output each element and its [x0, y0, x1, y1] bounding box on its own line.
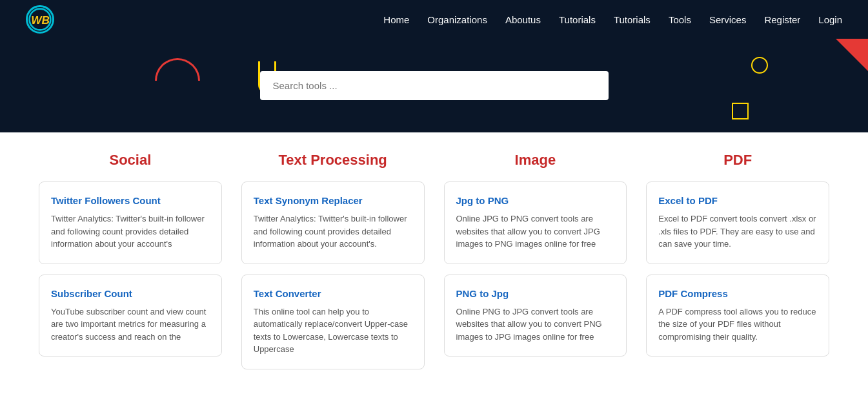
tool-title-image-1[interactable]: PNG to Jpg [456, 288, 615, 299]
search-bar [260, 71, 609, 100]
tool-title-pdf-0[interactable]: Excel to PDF [658, 195, 817, 206]
tool-title-pdf-1[interactable]: PDF Compress [658, 288, 817, 299]
tool-title-text-processing-0[interactable]: Text Synonym Replacer [254, 195, 412, 206]
tool-title-social-1[interactable]: Subscriber Count [51, 288, 210, 299]
tool-card-pdf-1[interactable]: PDF CompressA PDF compress tool allows y… [646, 274, 829, 357]
tool-desc-image-1: Online PNG to JPG convert tools are webs… [456, 305, 615, 344]
nav-services[interactable]: Services [709, 14, 747, 25]
category-pdf: PDFExcel to PDFExcel to PDF convert tool… [646, 152, 829, 380]
tool-card-image-1[interactable]: PNG to JpgOnline PNG to JPG convert tool… [444, 274, 627, 357]
nav-tutorials-1[interactable]: Tutorials [559, 14, 596, 25]
hero-section [0, 39, 868, 132]
tool-card-text-processing-1[interactable]: Text ConverterThis online tool can help … [241, 274, 425, 369]
deco-circle-outline [751, 57, 768, 74]
tool-desc-text-processing-0: Twitter Analytics: Twitter's built-in fo… [254, 212, 412, 251]
nav-organizations[interactable]: Organizations [427, 14, 487, 25]
main-content: SocialTwitter Followers CountTwitter Ana… [0, 132, 868, 406]
category-social: SocialTwitter Followers CountTwitter Ana… [39, 152, 222, 380]
tool-title-text-processing-1[interactable]: Text Converter [254, 288, 412, 299]
category-image: ImageJpg to PNGOnline JPG to PNG convert… [444, 152, 627, 380]
tool-card-social-1[interactable]: Subscriber CountYouTube subscriber count… [39, 274, 222, 357]
categories-grid: SocialTwitter Followers CountTwitter Ana… [39, 152, 829, 380]
svg-text:WB: WB [31, 14, 50, 26]
category-title-text-processing: Text Processing [241, 152, 425, 169]
nav-tutorials-2[interactable]: Tutorials [614, 14, 651, 25]
tool-desc-pdf-1: A PDF compress tool allows you to reduce… [658, 305, 817, 344]
logo: WB [26, 5, 54, 34]
nav-tools[interactable]: Tools [669, 14, 691, 25]
tool-desc-social-1: YouTube subscriber count and view count … [51, 305, 210, 344]
category-title-social: Social [39, 152, 222, 169]
nav-aboutus[interactable]: Aboutus [505, 14, 541, 25]
tool-card-social-0[interactable]: Twitter Followers CountTwitter Analytics… [39, 181, 222, 264]
tool-desc-image-0: Online JPG to PNG convert tools are webs… [456, 212, 615, 251]
nav-home[interactable]: Home [383, 14, 409, 25]
tool-title-social-0[interactable]: Twitter Followers Count [51, 195, 210, 206]
tool-card-image-0[interactable]: Jpg to PNGOnline JPG to PNG convert tool… [444, 181, 627, 264]
tool-desc-text-processing-1: This online tool can help you to automat… [254, 305, 412, 356]
search-input[interactable] [260, 71, 609, 100]
nav-login[interactable]: Login [818, 14, 842, 25]
deco-square-outline [732, 103, 749, 119]
tool-desc-pdf-0: Excel to PDF convert tools convert .xlsx… [658, 212, 817, 251]
tool-desc-social-0: Twitter Analytics: Twitter's built-in fo… [51, 212, 210, 251]
header: WB Home Organizations Aboutus Tutorials … [0, 0, 868, 39]
tool-title-image-0[interactable]: Jpg to PNG [456, 195, 615, 206]
category-text-processing: Text ProcessingText Synonym ReplacerTwit… [241, 152, 425, 380]
logo-circle: WB [26, 5, 54, 34]
tool-card-text-processing-0[interactable]: Text Synonym ReplacerTwitter Analytics: … [241, 181, 425, 264]
main-nav: Home Organizations Aboutus Tutorials Tut… [383, 14, 842, 25]
deco-red-triangle [836, 39, 868, 71]
category-title-pdf: PDF [646, 152, 829, 169]
deco-red-arc [155, 58, 200, 81]
tool-card-pdf-0[interactable]: Excel to PDFExcel to PDF convert tools c… [646, 181, 829, 264]
nav-register[interactable]: Register [764, 14, 800, 25]
category-title-image: Image [444, 152, 627, 169]
